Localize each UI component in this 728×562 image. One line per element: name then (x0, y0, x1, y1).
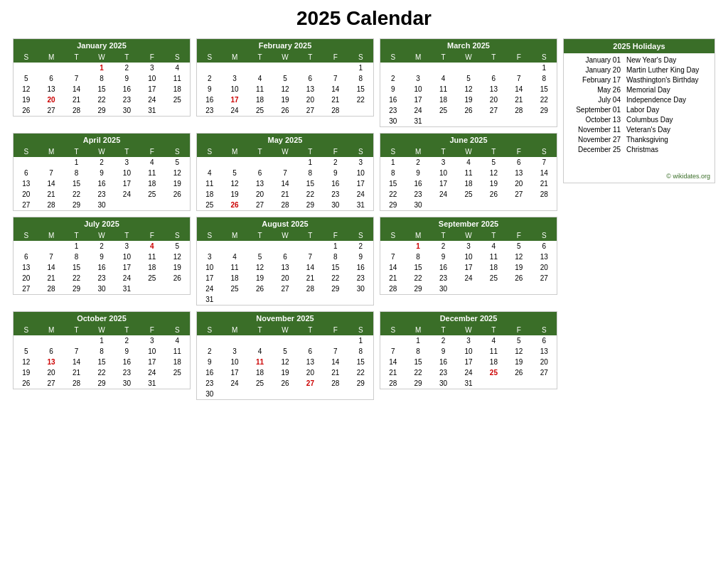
calendar-day: 29 (380, 200, 405, 210)
day-header: M (222, 325, 247, 335)
calendar-day: 22 (348, 367, 373, 378)
calendar-day (323, 389, 348, 399)
calendar-day: 19 (456, 94, 481, 105)
calendar-day: 4 (222, 252, 247, 262)
calendar-day (323, 63, 348, 73)
calendar-day: 7 (380, 346, 405, 357)
calendar-day: 14 (272, 178, 297, 189)
calendar-day: 27 (506, 189, 531, 200)
calendar-day: 4 (197, 168, 222, 178)
calendar-day: 23 (431, 273, 456, 283)
calendar-day: 26 (506, 367, 531, 378)
calendar-day: 5 (165, 157, 190, 168)
calendar-day: 28 (64, 378, 89, 389)
calendar-day: 28 (272, 200, 297, 210)
day-header: W (456, 230, 481, 241)
calendar-day: 31 (114, 283, 139, 294)
calendar-day: 12 (481, 168, 506, 178)
holiday-name: Veteran's Day (626, 126, 670, 134)
calendar-day (38, 63, 63, 73)
calendar-day: 27 (272, 283, 297, 294)
day-header: T (114, 325, 139, 335)
day-header: S (532, 146, 557, 157)
calendar-day (506, 283, 531, 294)
calendar-day (348, 105, 373, 116)
calendar-day: 19 (272, 94, 297, 105)
day-header: M (38, 325, 63, 335)
holiday-date: January 20 (569, 66, 626, 74)
calendar-day: 16 (89, 262, 114, 273)
day-header: T (481, 230, 506, 241)
day-header: S (165, 230, 190, 241)
day-header: S (532, 325, 557, 335)
calendar-day: 3 (222, 346, 247, 357)
calendar-day: 26 (14, 378, 38, 389)
calendar-day (165, 105, 190, 116)
holiday-date: November 11 (569, 126, 626, 134)
calendar-day (197, 335, 222, 346)
calendar-day: 14 (506, 84, 531, 94)
calendar-day: 30 (348, 283, 373, 294)
calendar-day (247, 335, 272, 346)
calendar-day: 10 (456, 346, 481, 357)
day-header: F (139, 325, 164, 335)
month-header: August 2025 (197, 217, 373, 230)
day-header: S (380, 230, 405, 241)
holiday-name: Christmas (626, 146, 658, 153)
day-header: F (139, 52, 164, 63)
calendar-day: 20 (247, 189, 272, 200)
calendar-day: 28 (64, 105, 89, 116)
day-header: W (272, 52, 297, 63)
calendar-day: 19 (165, 262, 190, 273)
day-header: S (197, 230, 222, 241)
day-header: W (272, 230, 297, 241)
calendar-day: 5 (506, 241, 531, 252)
day-header: S (380, 325, 405, 335)
calendar-day (165, 200, 190, 210)
day-header: M (405, 146, 430, 157)
calendar-day (222, 335, 247, 346)
day-header: S (14, 52, 38, 63)
calendar-day: 12 (14, 357, 38, 367)
calendar-day: 27 (38, 378, 63, 389)
calendar-day: 21 (298, 273, 323, 283)
calendar-day: 5 (456, 73, 481, 84)
calendar-day: 21 (323, 94, 348, 105)
holiday-name: New Year's Day (626, 56, 676, 64)
calendar-day: 9 (89, 252, 114, 262)
calendar-day: 31 (197, 294, 222, 305)
calendar-day: 10 (114, 252, 139, 262)
calendar-day: 16 (405, 178, 430, 189)
day-header: S (165, 325, 190, 335)
calendar-day: 7 (323, 73, 348, 84)
calendar-day: 18 (222, 273, 247, 283)
calendar-day: 23 (89, 273, 114, 283)
calendar-day: 6 (532, 335, 557, 346)
calendar-day (456, 63, 481, 73)
calendar-day: 18 (247, 367, 272, 378)
calendar-day: 7 (64, 346, 89, 357)
calendar-month-6: July 2025SMTWTFS123456789101112131415161… (13, 217, 191, 295)
calendar-day (272, 335, 297, 346)
calendar-day: 15 (405, 262, 430, 273)
day-header: F (506, 230, 531, 241)
calendar-day: 17 (114, 262, 139, 273)
calendar-day: 6 (14, 168, 38, 178)
calendar-day: 19 (14, 367, 38, 378)
calendar-day: 9 (114, 346, 139, 357)
calendar-day: 9 (405, 168, 430, 178)
calendar-day: 1 (323, 241, 348, 252)
calendar-day: 12 (272, 357, 297, 367)
day-header: T (298, 325, 323, 335)
calendar-day: 4 (481, 241, 506, 252)
calendar-day: 31 (405, 116, 430, 126)
calendar-day: 25 (139, 273, 164, 283)
calendar-day: 20 (14, 273, 38, 283)
calendar-day: 24 (431, 189, 456, 200)
calendar-day: 18 (197, 189, 222, 200)
calendar-day: 16 (197, 94, 222, 105)
calendar-day: 15 (348, 357, 373, 367)
calendar-day (456, 283, 481, 294)
calendar-month-10: November 2025SMTWTFS12345678910111213141… (196, 311, 374, 400)
calendar-day: 3 (348, 157, 373, 168)
